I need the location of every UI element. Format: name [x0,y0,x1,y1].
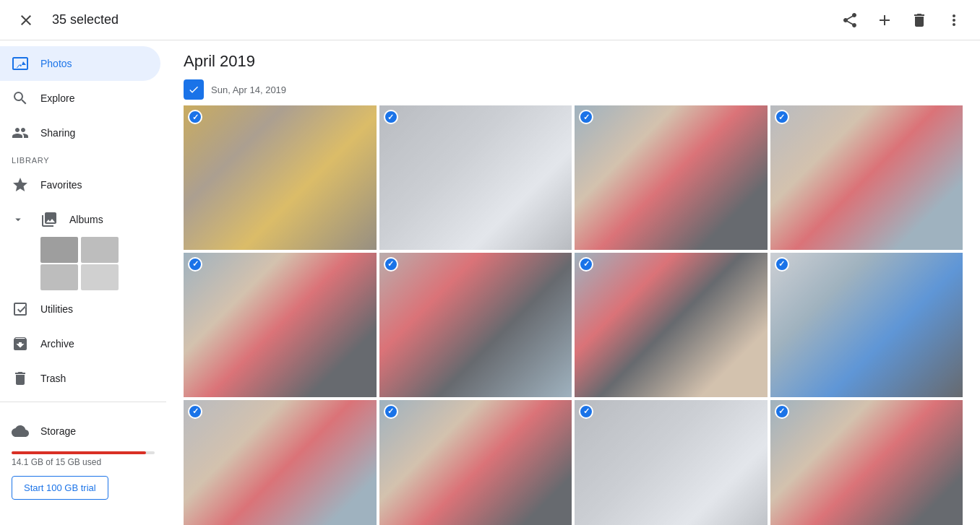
storage-label: Storage [40,425,76,437]
photo-grid-row-3 [184,400,963,525]
photo-cell-10[interactable] [379,400,572,525]
date-row: Sun, Apr 14, 2019 [184,79,963,100]
storage-bar [12,451,146,454]
photo-cell-7[interactable] [575,253,768,397]
sidebar-explore-label: Explore [40,92,74,104]
photo-cell-12[interactable] [770,400,963,525]
album-thumb-1[interactable] [40,237,78,263]
main-layout: Photos Explore Sharing LIBRARY Favorites [0,40,980,525]
chevron-icon [12,213,29,226]
photo-cell-11[interactable] [575,400,768,525]
library-section-label: LIBRARY [0,150,166,168]
add-icon [876,12,893,29]
sidebar-item-albums[interactable]: Albums [0,202,160,237]
share-icon [841,12,859,29]
sidebar-item-sharing[interactable]: Sharing [0,116,160,150]
photo-grid-row-1 [184,105,963,250]
sharing-icon [12,124,29,142]
sidebar-item-photos[interactable]: Photos [0,46,160,81]
storage-section: Storage 14.1 GB of 15 GB used Start 100 … [0,408,166,506]
archive-icon [12,335,29,352]
storage-cloud-icon [12,422,29,440]
topbar-right [835,6,968,35]
sidebar-item-favorites[interactable]: Favorites [0,168,160,202]
utilities-icon [12,300,29,318]
select-indicator-2 [384,110,398,124]
delete-icon [911,12,928,29]
add-button[interactable] [870,6,899,35]
explore-icon [12,90,29,107]
sidebar: Photos Explore Sharing LIBRARY Favorites [0,40,166,525]
select-indicator-4 [775,110,789,124]
delete-button[interactable] [905,6,934,35]
star-icon [12,176,29,194]
albums-icon [40,211,58,228]
select-indicator-7 [579,257,593,272]
sidebar-archive-label: Archive [40,338,74,350]
trash-icon [12,370,29,387]
sidebar-item-explore[interactable]: Explore [0,81,160,116]
sidebar-item-archive[interactable]: Archive [0,326,160,361]
photos-icon [12,55,29,72]
select-indicator-8 [775,257,789,272]
storage-used-text: 14.1 GB of 15 GB used [12,457,155,467]
date-select-checkbox[interactable] [184,79,204,100]
sidebar-favorites-label: Favorites [40,179,82,191]
sidebar-sharing-label: Sharing [40,127,75,139]
photo-cell-8[interactable] [770,253,963,397]
content-area: April 2019 Sun, Apr 14, 2019 [166,40,980,525]
select-indicator-9 [188,404,202,419]
select-indicator-5 [188,257,202,272]
upgrade-button[interactable]: Start 100 GB trial [12,476,108,500]
sidebar-albums-label: Albums [69,214,103,225]
close-button[interactable] [12,6,40,35]
album-row-2 [40,264,155,290]
photo-cell-9[interactable] [184,400,377,525]
photo-cell-1[interactable] [184,105,377,250]
select-indicator-3 [579,110,593,124]
more-icon [945,12,963,29]
select-indicator-1 [188,110,202,124]
month-title: April 2019 [184,52,963,71]
albums-thumbnails [0,237,166,290]
photo-cell-5[interactable] [184,253,377,397]
topbar: 35 selected [0,0,980,40]
sidebar-item-utilities[interactable]: Utilities [0,292,160,326]
select-indicator-11 [579,404,593,419]
select-indicator-10 [384,404,398,419]
storage-nav-item[interactable]: Storage [12,414,155,448]
album-thumb-4[interactable] [81,264,119,290]
album-thumb-2[interactable] [81,237,119,263]
more-button[interactable] [940,6,968,35]
topbar-left: 35 selected [12,6,119,35]
storage-bar-container [12,451,155,454]
album-thumb-3[interactable] [40,264,78,290]
selected-count: 35 selected [52,12,119,27]
sidebar-photos-label: Photos [40,58,72,69]
photo-cell-2[interactable] [379,105,572,250]
photo-grid-row-2 [184,253,963,397]
album-row-1 [40,237,155,263]
date-label: Sun, Apr 14, 2019 [211,84,286,95]
close-icon [17,12,35,29]
photo-cell-6[interactable] [379,253,572,397]
select-indicator-6 [384,257,398,272]
share-button[interactable] [835,6,864,35]
sidebar-divider [0,402,166,402]
sidebar-utilities-label: Utilities [40,303,73,315]
checkmark-icon [188,84,199,95]
photo-cell-3[interactable] [575,105,768,250]
select-indicator-12 [775,404,789,419]
sidebar-trash-label: Trash [40,373,66,384]
sidebar-item-trash[interactable]: Trash [0,361,160,396]
photo-cell-4[interactable] [770,105,963,250]
